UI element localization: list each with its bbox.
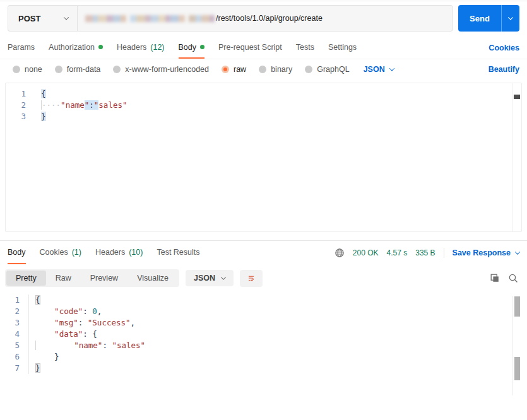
- tab-authorization[interactable]: Authorization: [49, 37, 103, 59]
- wrap-text-icon: [248, 273, 254, 283]
- http-method-select[interactable]: POST: [8, 5, 77, 32]
- code-text: ····"name":"sales": [35, 100, 127, 111]
- line-number: 1: [6, 88, 35, 100]
- radio-raw[interactable]: raw: [222, 65, 246, 74]
- tab-count: (1): [72, 248, 81, 257]
- tab-response-body[interactable]: Body: [8, 241, 26, 264]
- redacted-url-segment: [85, 15, 215, 23]
- radio-binary[interactable]: binary: [259, 65, 292, 74]
- code-text: "msg": "Success",: [29, 317, 135, 329]
- radio-form-data[interactable]: form-data: [55, 65, 101, 74]
- tab-response-headers[interactable]: Headers (10): [95, 241, 143, 264]
- radio-graphql[interactable]: GraphQL: [305, 65, 349, 74]
- chevron-down-icon: [389, 66, 394, 71]
- view-raw[interactable]: Raw: [46, 271, 81, 286]
- send-split-button[interactable]: Send: [458, 5, 519, 32]
- scrollbar-thumb[interactable]: [514, 95, 520, 99]
- response-time: 4.57 s: [387, 248, 408, 257]
- cookies-link[interactable]: Cookies: [489, 44, 519, 52]
- line-number: 2: [6, 100, 35, 111]
- tab-label: Body: [8, 248, 26, 257]
- view-pretty[interactable]: Pretty: [6, 271, 46, 286]
- radio-icon: [55, 66, 62, 73]
- request-tabs: Params Authorization Headers (12) Body P…: [0, 37, 527, 59]
- request-url-input[interactable]: /rest/tools/1.0/api/group/create: [77, 5, 453, 32]
- response-body-viewer[interactable]: 1 { 2 "code": 0, 3 "msg": "Success", 4 "…: [0, 295, 527, 395]
- radio-label: binary: [271, 65, 292, 74]
- copy-icon[interactable]: [490, 273, 500, 283]
- save-response-label: Save Response: [453, 248, 511, 257]
- divider: [444, 248, 444, 258]
- send-options-button[interactable]: [502, 5, 519, 32]
- body-type-row: none form-data x-www-form-urlencoded raw…: [0, 59, 527, 79]
- radio-label: GraphQL: [317, 65, 349, 74]
- response-language-select[interactable]: JSON: [186, 270, 234, 286]
- green-dot-icon: [200, 45, 204, 49]
- response-scrollbar[interactable]: [512, 296, 521, 395]
- code-text: }: [29, 363, 40, 374]
- top-divider: [0, 0, 527, 1]
- send-button[interactable]: Send: [458, 5, 502, 32]
- tab-tests[interactable]: Tests: [296, 37, 314, 59]
- chevron-down-icon: [64, 15, 69, 20]
- line-number: 7: [0, 363, 29, 374]
- line-number: 2: [0, 306, 29, 317]
- tab-count: (10): [129, 248, 143, 257]
- radio-icon: [13, 66, 20, 73]
- request-body-editor[interactable]: 1 { 2 ····"name":"sales" 3 }: [5, 83, 522, 232]
- tab-label: Tests: [296, 43, 314, 52]
- code-text: {: [35, 88, 46, 100]
- code-text: }: [29, 351, 59, 363]
- radio-x-www-form-urlencoded[interactable]: x-www-form-urlencoded: [113, 65, 209, 74]
- code-line[interactable]: 1 {: [0, 295, 527, 306]
- code-line[interactable]: 1 {: [6, 88, 521, 100]
- radio-icon: [259, 66, 266, 73]
- http-method-label: POST: [18, 14, 40, 23]
- line-number: 1: [0, 295, 29, 306]
- tab-label: Headers: [117, 43, 146, 52]
- code-line[interactable]: 2 "code": 0,: [0, 306, 527, 317]
- code-text: "name": "sales": [29, 340, 145, 351]
- radio-none[interactable]: none: [13, 65, 42, 74]
- line-number: 4: [0, 329, 29, 340]
- code-line[interactable]: 3 "msg": "Success",: [0, 317, 527, 329]
- code-line[interactable]: 5 "name": "sales": [0, 340, 527, 351]
- code-line[interactable]: 4 "data": {: [0, 329, 527, 340]
- code-line[interactable]: 3 }: [6, 111, 521, 122]
- tab-headers[interactable]: Headers (12): [117, 37, 164, 59]
- tab-label: Authorization: [49, 43, 95, 52]
- radio-selected-icon: [222, 66, 229, 73]
- save-response-button[interactable]: Save Response: [453, 248, 519, 257]
- tab-test-results[interactable]: Test Results: [157, 241, 199, 264]
- chevron-down-icon: [515, 249, 520, 254]
- beautify-link[interactable]: Beautify: [489, 65, 519, 74]
- view-visualize[interactable]: Visualize: [127, 271, 178, 286]
- response-meta: 200 OK 4.57 s 335 B Save Response: [335, 241, 519, 264]
- editor-scrollbar[interactable]: [512, 83, 521, 231]
- scrollbar-thumb[interactable]: [514, 296, 520, 317]
- code-line[interactable]: 2 ····"name":"sales": [6, 100, 521, 111]
- scrollbar-thumb[interactable]: [514, 357, 520, 380]
- tab-label: Body: [179, 43, 197, 52]
- tab-label: Params: [8, 43, 35, 52]
- tab-label: Test Results: [157, 248, 199, 257]
- tab-count: (12): [150, 43, 164, 52]
- search-icon[interactable]: [508, 273, 518, 283]
- wrap-text-button[interactable]: [240, 270, 263, 287]
- language-label: JSON: [364, 65, 385, 74]
- chevron-down-icon: [221, 274, 226, 279]
- tab-settings[interactable]: Settings: [328, 37, 357, 59]
- raw-language-select[interactable]: JSON: [364, 65, 394, 74]
- tab-pre-request-script[interactable]: Pre-request Script: [218, 37, 282, 59]
- tab-body[interactable]: Body: [179, 37, 205, 59]
- globe-icon: [335, 248, 345, 258]
- tab-params[interactable]: Params: [8, 37, 35, 59]
- code-line[interactable]: 6 }: [0, 351, 527, 363]
- radio-icon: [305, 66, 312, 73]
- response-section: Body Cookies (1) Headers (10) Test Resul…: [0, 240, 527, 395]
- tab-response-cookies[interactable]: Cookies (1): [40, 241, 81, 264]
- code-line[interactable]: 7 }: [0, 363, 527, 374]
- view-preview[interactable]: Preview: [81, 271, 127, 286]
- radio-label: none: [25, 65, 42, 74]
- line-number: 3: [0, 317, 29, 329]
